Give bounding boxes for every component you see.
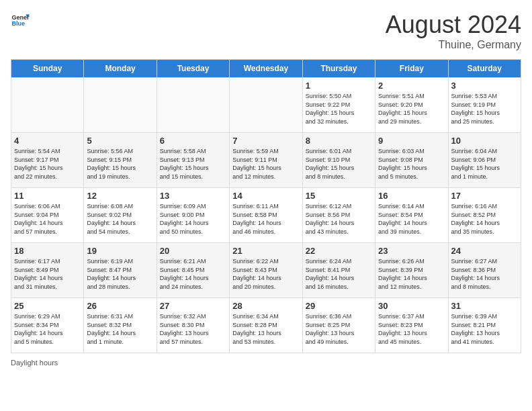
- weekday-header-wednesday: Wednesday: [230, 60, 302, 78]
- day-info: Sunrise: 6:16 AM Sunset: 8:52 PM Dayligh…: [451, 202, 518, 236]
- calendar-cell: 6Sunrise: 5:58 AM Sunset: 9:13 PM Daylig…: [157, 133, 229, 188]
- day-info: Sunrise: 6:27 AM Sunset: 8:36 PM Dayligh…: [451, 257, 518, 291]
- day-info: Sunrise: 6:09 AM Sunset: 9:00 PM Dayligh…: [160, 202, 226, 236]
- calendar-cell: 21Sunrise: 6:22 AM Sunset: 8:43 PM Dayli…: [230, 243, 302, 298]
- day-info: Sunrise: 6:36 AM Sunset: 8:25 PM Dayligh…: [306, 312, 372, 346]
- day-info: Sunrise: 5:56 AM Sunset: 9:15 PM Dayligh…: [87, 147, 153, 181]
- calendar-cell: 15Sunrise: 6:12 AM Sunset: 8:56 PM Dayli…: [302, 188, 375, 243]
- calendar-cell: 9Sunrise: 6:03 AM Sunset: 9:08 PM Daylig…: [375, 133, 448, 188]
- day-info: Sunrise: 6:03 AM Sunset: 9:08 PM Dayligh…: [378, 147, 445, 181]
- day-info: Sunrise: 5:51 AM Sunset: 9:20 PM Dayligh…: [378, 92, 445, 126]
- calendar-cell: 29Sunrise: 6:36 AM Sunset: 8:25 PM Dayli…: [302, 298, 375, 353]
- weekday-header-monday: Monday: [84, 60, 157, 78]
- day-number: 26: [87, 301, 153, 311]
- day-number: 11: [14, 191, 81, 201]
- week-row-5: 25Sunrise: 6:29 AM Sunset: 8:34 PM Dayli…: [11, 298, 521, 353]
- day-number: 16: [378, 191, 445, 201]
- day-info: Sunrise: 6:26 AM Sunset: 8:39 PM Dayligh…: [378, 257, 445, 291]
- day-number: 25: [14, 301, 81, 311]
- day-info: Sunrise: 5:59 AM Sunset: 9:11 PM Dayligh…: [232, 147, 299, 181]
- day-info: Sunrise: 6:32 AM Sunset: 8:30 PM Dayligh…: [160, 312, 226, 346]
- svg-text:Blue: Blue: [11, 20, 25, 27]
- day-info: Sunrise: 6:19 AM Sunset: 8:47 PM Dayligh…: [87, 257, 153, 291]
- day-info: Sunrise: 5:58 AM Sunset: 9:13 PM Dayligh…: [160, 147, 226, 181]
- day-number: 19: [87, 246, 153, 256]
- calendar-cell: 27Sunrise: 6:32 AM Sunset: 8:30 PM Dayli…: [157, 298, 229, 353]
- day-info: Sunrise: 6:17 AM Sunset: 8:49 PM Dayligh…: [14, 257, 81, 291]
- day-info: Sunrise: 6:14 AM Sunset: 8:54 PM Dayligh…: [378, 202, 445, 236]
- calendar-cell: 3Sunrise: 5:53 AM Sunset: 9:19 PM Daylig…: [448, 78, 521, 133]
- day-number: 27: [160, 301, 226, 311]
- day-number: 31: [451, 301, 518, 311]
- day-number: 22: [306, 246, 372, 256]
- day-info: Sunrise: 6:29 AM Sunset: 8:34 PM Dayligh…: [14, 312, 81, 346]
- calendar-cell: 25Sunrise: 6:29 AM Sunset: 8:34 PM Dayli…: [11, 298, 84, 353]
- day-info: Sunrise: 6:24 AM Sunset: 8:41 PM Dayligh…: [306, 257, 372, 291]
- day-number: 20: [160, 246, 226, 256]
- calendar-cell: 31Sunrise: 6:39 AM Sunset: 8:21 PM Dayli…: [448, 298, 521, 353]
- calendar-cell: 20Sunrise: 6:21 AM Sunset: 8:45 PM Dayli…: [157, 243, 229, 298]
- week-row-2: 4Sunrise: 5:54 AM Sunset: 9:17 PM Daylig…: [11, 133, 521, 188]
- day-info: Sunrise: 6:04 AM Sunset: 9:06 PM Dayligh…: [451, 147, 518, 181]
- day-number: 13: [160, 191, 226, 201]
- calendar-cell: 11Sunrise: 6:06 AM Sunset: 9:04 PM Dayli…: [11, 188, 84, 243]
- day-number: 28: [232, 301, 299, 311]
- calendar-cell: 12Sunrise: 6:08 AM Sunset: 9:02 PM Dayli…: [84, 188, 157, 243]
- day-number: 29: [306, 301, 372, 311]
- day-info: Sunrise: 5:50 AM Sunset: 9:22 PM Dayligh…: [306, 92, 372, 126]
- day-number: 24: [451, 246, 518, 256]
- header: General Blue August 2024 Thuine, Germany: [11, 11, 521, 51]
- day-number: 30: [378, 301, 445, 311]
- day-info: Sunrise: 6:21 AM Sunset: 8:45 PM Dayligh…: [160, 257, 226, 291]
- week-row-4: 18Sunrise: 6:17 AM Sunset: 8:49 PM Dayli…: [11, 243, 521, 298]
- calendar-cell: 5Sunrise: 5:56 AM Sunset: 9:15 PM Daylig…: [84, 133, 157, 188]
- day-info: Sunrise: 6:12 AM Sunset: 8:56 PM Dayligh…: [306, 202, 372, 236]
- location: Thuine, Germany: [386, 39, 521, 51]
- calendar-cell: 4Sunrise: 5:54 AM Sunset: 9:17 PM Daylig…: [11, 133, 84, 188]
- calendar-cell: [157, 78, 229, 133]
- day-info: Sunrise: 6:01 AM Sunset: 9:10 PM Dayligh…: [306, 147, 372, 181]
- calendar-cell: 26Sunrise: 6:31 AM Sunset: 8:32 PM Dayli…: [84, 298, 157, 353]
- day-info: Sunrise: 6:08 AM Sunset: 9:02 PM Dayligh…: [87, 202, 153, 236]
- day-info: Sunrise: 5:53 AM Sunset: 9:19 PM Dayligh…: [451, 92, 518, 126]
- day-info: Sunrise: 6:22 AM Sunset: 8:43 PM Dayligh…: [232, 257, 299, 291]
- weekday-header-friday: Friday: [375, 60, 448, 78]
- calendar-cell: 8Sunrise: 6:01 AM Sunset: 9:10 PM Daylig…: [302, 133, 375, 188]
- day-number: 9: [378, 136, 445, 146]
- weekday-header-sunday: Sunday: [11, 60, 84, 78]
- day-number: 8: [306, 136, 372, 146]
- calendar-cell: 18Sunrise: 6:17 AM Sunset: 8:49 PM Dayli…: [11, 243, 84, 298]
- day-number: 7: [232, 136, 299, 146]
- calendar-cell: 24Sunrise: 6:27 AM Sunset: 8:36 PM Dayli…: [448, 243, 521, 298]
- calendar-cell: 22Sunrise: 6:24 AM Sunset: 8:41 PM Dayli…: [302, 243, 375, 298]
- day-number: 6: [160, 136, 226, 146]
- title-area: August 2024 Thuine, Germany: [386, 11, 521, 51]
- daylight-hours-label: Daylight hours: [11, 359, 58, 367]
- calendar-cell: 28Sunrise: 6:34 AM Sunset: 8:28 PM Dayli…: [230, 298, 302, 353]
- calendar-cell: 19Sunrise: 6:19 AM Sunset: 8:47 PM Dayli…: [84, 243, 157, 298]
- weekday-header-saturday: Saturday: [448, 60, 521, 78]
- calendar-cell: [84, 78, 157, 133]
- calendar-cell: 16Sunrise: 6:14 AM Sunset: 8:54 PM Dayli…: [375, 188, 448, 243]
- day-info: Sunrise: 5:54 AM Sunset: 9:17 PM Dayligh…: [14, 147, 81, 181]
- day-number: 1: [306, 81, 372, 91]
- calendar-cell: [11, 78, 84, 133]
- day-number: 15: [306, 191, 372, 201]
- day-number: 2: [378, 81, 445, 91]
- day-number: 18: [14, 246, 81, 256]
- day-info: Sunrise: 6:34 AM Sunset: 8:28 PM Dayligh…: [232, 312, 299, 346]
- weekday-header-tuesday: Tuesday: [157, 60, 229, 78]
- calendar-cell: 2Sunrise: 5:51 AM Sunset: 9:20 PM Daylig…: [375, 78, 448, 133]
- calendar-cell: 7Sunrise: 5:59 AM Sunset: 9:11 PM Daylig…: [230, 133, 302, 188]
- day-number: 14: [232, 191, 299, 201]
- day-info: Sunrise: 6:06 AM Sunset: 9:04 PM Dayligh…: [14, 202, 81, 236]
- weekday-header-row: SundayMondayTuesdayWednesdayThursdayFrid…: [11, 60, 521, 78]
- day-info: Sunrise: 6:31 AM Sunset: 8:32 PM Dayligh…: [87, 312, 153, 346]
- day-info: Sunrise: 6:39 AM Sunset: 8:21 PM Dayligh…: [451, 312, 518, 346]
- month-year: August 2024: [386, 11, 521, 39]
- week-row-1: 1Sunrise: 5:50 AM Sunset: 9:22 PM Daylig…: [11, 78, 521, 133]
- day-number: 21: [232, 246, 299, 256]
- logo: General Blue: [11, 11, 30, 30]
- day-number: 5: [87, 136, 153, 146]
- week-row-3: 11Sunrise: 6:06 AM Sunset: 9:04 PM Dayli…: [11, 188, 521, 243]
